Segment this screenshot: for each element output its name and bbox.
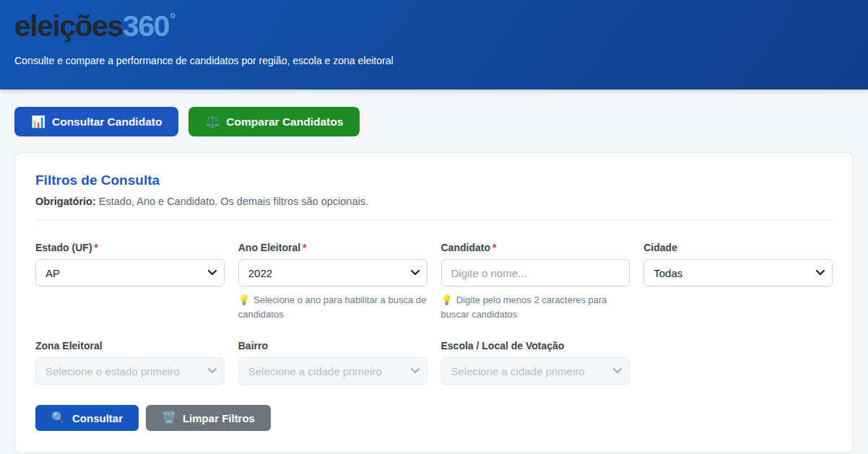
- candidato-required-mark: *: [492, 242, 496, 253]
- consultar-button[interactable]: 🔍 Consultar: [35, 405, 139, 431]
- escola-select[interactable]: Selecione a cidade primeiro: [441, 357, 630, 385]
- header-subtitle: Consulte e compare a performance de cand…: [14, 55, 854, 66]
- bairro-select[interactable]: Selecione a cidade primeiro: [238, 357, 428, 385]
- candidato-hint: 💡Digite pelo menos 2 caracteres para bus…: [441, 293, 630, 322]
- app-logo: eleições360°: [14, 9, 854, 43]
- escola-select-wrap: Selecione a cidade primeiro: [441, 357, 630, 385]
- zona-select-wrap: Selecione o estado primeiro: [35, 357, 225, 385]
- scales-icon: ⚖️: [205, 116, 220, 128]
- logo-accent: 360: [123, 9, 169, 43]
- candidato-label-text: Candidato: [441, 242, 490, 253]
- compare-candidates-label: Comparar Candidatos: [226, 115, 343, 128]
- estado-label: Estado (UF)*: [35, 242, 225, 253]
- filters-title: Filtros de Consulta: [35, 173, 833, 188]
- empty-grid-cell: [643, 340, 833, 385]
- ano-required-mark: *: [303, 242, 306, 253]
- escola-label-text: Escola / Local de Votação: [441, 340, 565, 352]
- filters-note-rest: Estado, Ano e Candidato. Os demais filtr…: [96, 196, 368, 207]
- filters-note-required: Obrigatório:: [35, 196, 96, 207]
- consultar-label: Consultar: [72, 412, 123, 424]
- ano-hint-text: Selecione o ano para habilitar a busca d…: [238, 294, 426, 320]
- filters-note: Obrigatório: Estado, Ano e Candidato. Os…: [35, 196, 833, 207]
- ano-label: Ano Eleitoral*: [238, 242, 428, 253]
- candidato-hint-text: Digite pelo menos 2 caracteres para busc…: [441, 294, 607, 320]
- ano-hint: 💡Selecione o ano para habilitar a busca …: [238, 293, 428, 322]
- consult-candidate-button[interactable]: 📊 Consultar Candidato: [14, 107, 178, 136]
- cidade-label: Cidade: [643, 242, 833, 253]
- card-divider: [35, 219, 833, 220]
- ano-select-wrap: 2022: [238, 259, 428, 287]
- bairro-label-text: Bairro: [238, 340, 268, 352]
- form-actions: 🔍 Consultar 🗑️ Limpar Filtros: [35, 405, 833, 431]
- escola-label: Escola / Local de Votação: [441, 340, 630, 352]
- estado-select[interactable]: AP: [35, 259, 225, 287]
- main-content: 📊 Consultar Candidato ⚖️ Comparar Candid…: [0, 107, 868, 453]
- zona-label-text: Zona Eleitoral: [35, 340, 103, 352]
- lightbulb-icon: 💡: [441, 294, 453, 305]
- filters-card: Filtros de Consulta Obrigatório: Estado,…: [14, 152, 854, 453]
- filters-grid: Estado (UF)* AP Ano Eleitoral*: [35, 242, 833, 385]
- cidade-select-wrap: Todas: [643, 259, 833, 287]
- bairro-label: Bairro: [238, 340, 428, 352]
- field-cidade: Cidade Todas: [643, 242, 833, 322]
- candidato-label: Candidato*: [441, 242, 630, 253]
- field-bairro: Bairro Selecione a cidade primeiro: [238, 340, 428, 385]
- candidato-input-wrap: [441, 259, 630, 287]
- mode-buttons: 📊 Consultar Candidato ⚖️ Comparar Candid…: [14, 107, 854, 136]
- ano-select[interactable]: 2022: [238, 259, 428, 287]
- logo-degree-icon: °: [170, 10, 175, 28]
- estado-label-text: Estado (UF): [35, 242, 92, 253]
- search-icon: 🔍: [51, 412, 66, 424]
- field-estado: Estado (UF)* AP: [35, 242, 225, 322]
- zona-label: Zona Eleitoral: [35, 340, 225, 352]
- consult-candidate-label: Consultar Candidato: [52, 115, 162, 128]
- limpar-filtros-label: Limpar Filtros: [183, 412, 255, 424]
- lightbulb-icon: 💡: [238, 294, 250, 305]
- cidade-select[interactable]: Todas: [643, 259, 833, 287]
- ano-label-text: Ano Eleitoral: [238, 242, 300, 253]
- field-ano: Ano Eleitoral* 2022 💡Selecione o ano par…: [238, 242, 428, 322]
- bar-chart-icon: 📊: [31, 116, 45, 128]
- compare-candidates-button[interactable]: ⚖️ Comparar Candidatos: [188, 107, 360, 136]
- candidato-input[interactable]: [441, 259, 630, 287]
- field-candidato: Candidato* 💡Digite pelo menos 2 caracter…: [441, 242, 630, 322]
- limpar-filtros-button[interactable]: 🗑️ Limpar Filtros: [146, 405, 271, 431]
- estado-select-wrap: AP: [35, 259, 225, 287]
- bairro-select-wrap: Selecione a cidade primeiro: [238, 357, 428, 385]
- trash-icon: 🗑️: [162, 412, 176, 424]
- logo-text: eleições: [14, 9, 123, 43]
- cidade-label-text: Cidade: [643, 242, 677, 253]
- zona-select[interactable]: Selecione o estado primeiro: [35, 357, 225, 385]
- field-zona: Zona Eleitoral Selecione o estado primei…: [35, 340, 225, 385]
- estado-required-mark: *: [95, 242, 98, 253]
- field-escola: Escola / Local de Votação Selecione a ci…: [441, 340, 630, 385]
- app-header: eleições360° Consulte e compare a perfor…: [0, 0, 868, 90]
